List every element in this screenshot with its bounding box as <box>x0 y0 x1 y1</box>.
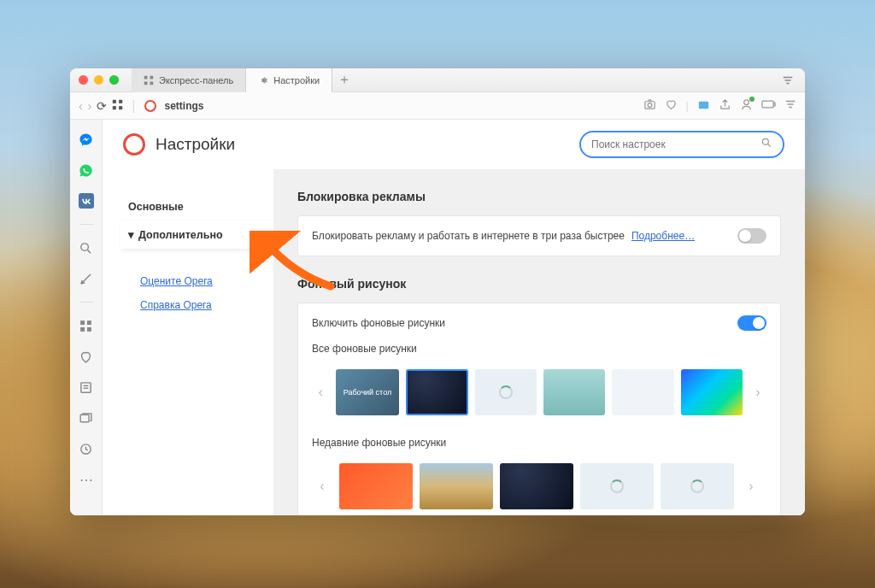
window-controls <box>79 75 119 85</box>
svg-rect-25 <box>87 326 91 331</box>
wallpaper-thumb[interactable] <box>580 463 654 509</box>
wallpaper-recent-label: Недавние фоновые рисунки <box>312 437 766 449</box>
wallpaper-enable-text: Включить фоновые рисунки <box>312 317 445 329</box>
bookmarks-icon[interactable] <box>79 349 94 364</box>
loading-spinner-icon <box>499 385 513 399</box>
chevron-down-icon: ▾ <box>128 228 134 241</box>
more-icon[interactable]: ⋯ <box>79 472 94 487</box>
wallpaper-thumb[interactable] <box>475 369 537 415</box>
divider <box>79 302 93 303</box>
svg-line-32 <box>768 144 771 147</box>
crypto-wallet-button[interactable] <box>697 98 710 114</box>
svg-rect-8 <box>119 99 122 103</box>
settings-nav: Основные ▾ Дополнительно Оцените Opera С… <box>103 169 273 515</box>
svg-point-14 <box>744 99 749 104</box>
wallpaper-gallery-all: ‹ Рабочий стол › <box>312 363 766 421</box>
tab-settings[interactable]: Настройки <box>246 68 332 92</box>
reload-button[interactable]: ⟳ <box>97 99 107 113</box>
history-icon[interactable] <box>79 441 94 456</box>
forward-button[interactable]: › <box>88 99 92 113</box>
maximize-window-button[interactable] <box>109 75 119 85</box>
grid-icon <box>144 75 154 85</box>
body: ⋯ Настройки Основные ▾ Дополнительно <box>70 120 805 515</box>
wallpaper-thumb[interactable] <box>661 463 734 509</box>
opera-icon <box>144 100 156 112</box>
vk-icon[interactable] <box>79 193 94 209</box>
wallpaper-thumb-desktop[interactable]: Рабочий стол <box>336 369 399 415</box>
speeddial-button[interactable] <box>112 99 123 113</box>
wallpaper-card: Включить фоновые рисунки Все фоновые рис… <box>297 303 781 515</box>
search-icon <box>760 137 772 152</box>
divider <box>79 224 93 225</box>
wallpaper-toggle[interactable] <box>737 315 766 331</box>
loading-spinner-icon <box>610 479 624 493</box>
adblock-toggle[interactable] <box>737 228 766 244</box>
wallpaper-all-label: Все фоновые рисунки <box>312 343 766 355</box>
settings-search[interactable] <box>579 131 784 158</box>
wallpaper-thumb[interactable] <box>681 369 743 415</box>
svg-rect-16 <box>774 103 775 106</box>
snapshot-button[interactable] <box>643 98 656 114</box>
close-window-button[interactable] <box>79 75 88 85</box>
svg-rect-15 <box>762 101 773 108</box>
svg-line-21 <box>88 250 91 253</box>
section-wallpaper-title: Фоновый рисунок <box>297 277 781 291</box>
nav-rate-opera[interactable]: Оцените Opera <box>120 269 273 293</box>
svg-rect-22 <box>80 320 85 325</box>
gear-icon <box>258 75 268 85</box>
share-button[interactable] <box>719 98 731 114</box>
address-bar[interactable]: settings <box>165 100 204 112</box>
gallery-prev-button[interactable]: ‹ <box>312 363 329 421</box>
wallpaper-thumb[interactable] <box>406 369 468 415</box>
svg-point-20 <box>81 243 89 250</box>
wallpaper-thumb[interactable] <box>339 463 413 509</box>
wallpaper-thumb[interactable] <box>612 369 673 415</box>
svg-rect-7 <box>113 99 116 103</box>
content: Настройки Основные ▾ Дополнительно Оцени… <box>103 120 805 515</box>
easy-setup-button[interactable] <box>779 74 796 86</box>
wallpaper-thumb[interactable] <box>543 369 605 415</box>
nav-buttons: ‹ › ⟳ <box>79 99 123 113</box>
battery-button[interactable] <box>761 99 776 112</box>
settings-panel: Блокировка рекламы Блокировать рекламу и… <box>273 169 805 515</box>
profile-button[interactable] <box>740 98 753 114</box>
tab-speed-dial[interactable]: Экспресс-панель <box>132 68 246 92</box>
svg-rect-23 <box>87 320 91 325</box>
tab-label: Настройки <box>273 75 320 85</box>
news-icon[interactable] <box>79 379 94 395</box>
new-tab-button[interactable]: ＋ <box>332 68 356 92</box>
nav-advanced[interactable]: ▾ Дополнительно <box>120 220 275 249</box>
nav-basic[interactable]: Основные <box>120 193 273 220</box>
section-adblock-title: Блокировка рекламы <box>297 190 781 203</box>
messenger-icon[interactable] <box>79 132 94 147</box>
loading-spinner-icon <box>690 479 704 493</box>
tab-strip: Экспресс-панель Настройки ＋ <box>132 68 779 92</box>
svg-rect-2 <box>144 81 148 85</box>
wallpaper-thumb[interactable] <box>420 463 493 509</box>
wallpaper-thumb[interactable] <box>500 463 573 509</box>
search-icon[interactable] <box>79 240 94 256</box>
speeddial-sidebar-icon[interactable] <box>79 318 94 333</box>
back-button[interactable]: ‹ <box>79 99 83 113</box>
gallery-prev-button[interactable]: ‹ <box>312 457 332 515</box>
search-input[interactable] <box>591 138 754 150</box>
svg-rect-13 <box>699 101 708 108</box>
gallery-next-button[interactable]: › <box>749 363 766 421</box>
minimize-window-button[interactable] <box>94 75 103 85</box>
nav-help-opera[interactable]: Справка Opera <box>120 293 273 317</box>
svg-point-12 <box>648 103 652 107</box>
menu-button[interactable] <box>784 98 796 113</box>
browser-window: Экспресс-панель Настройки ＋ ‹ › ⟳ | sett… <box>70 68 805 515</box>
adblock-text: Блокировать рекламу и работать в интерне… <box>312 230 625 242</box>
heart-button[interactable] <box>665 98 678 114</box>
wallpaper-gallery-recent: ‹ › <box>312 457 766 515</box>
sidebar: ⋯ <box>70 120 103 515</box>
whatsapp-icon[interactable] <box>79 162 94 178</box>
adblock-more-link[interactable]: Подробнее… <box>631 230 695 242</box>
tabs-icon[interactable] <box>79 410 94 426</box>
opera-logo-icon <box>123 133 145 156</box>
toolbar: ‹ › ⟳ | settings | <box>70 92 805 120</box>
tab-label: Экспресс-панель <box>159 75 233 85</box>
myflow-icon[interactable] <box>79 271 94 286</box>
gallery-next-button[interactable]: › <box>741 457 761 515</box>
